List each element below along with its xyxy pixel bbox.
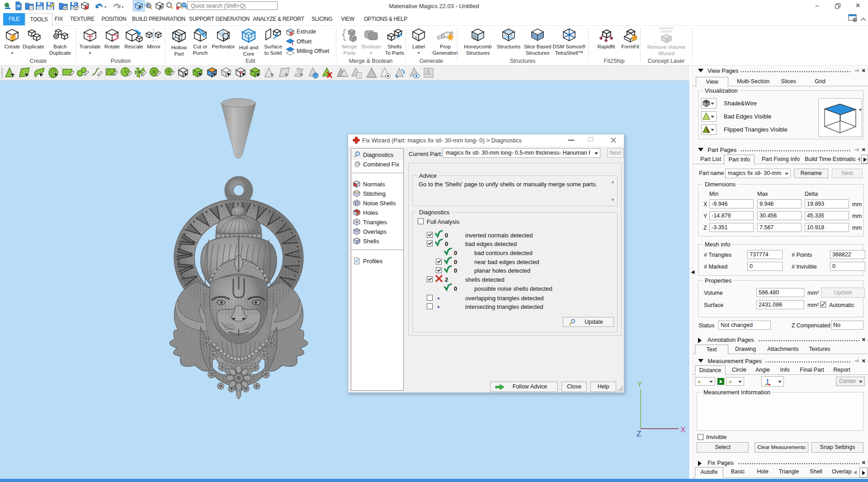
svg-text:xyz: xyz xyxy=(767,383,771,386)
svg-text:A: A xyxy=(415,35,418,40)
svg-text:X: X xyxy=(680,425,685,434)
svg-text:Y: Y xyxy=(637,380,642,389)
svg-text:Z: Z xyxy=(637,430,641,438)
